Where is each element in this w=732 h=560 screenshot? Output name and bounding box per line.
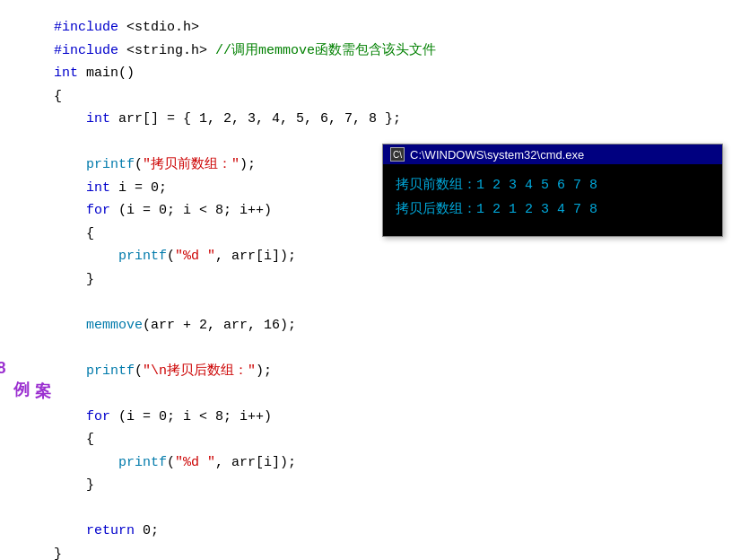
cmd-body: 拷贝前数组：1 2 3 4 5 6 7 8 拷贝后数组：1 2 1 2 3 4 … xyxy=(383,164,722,236)
cmd-icon: C\ xyxy=(390,147,405,162)
cmd-output-line1: 拷贝前数组：1 2 3 4 5 6 7 8 xyxy=(396,173,710,197)
main-container: 案 例 8 #include <stdio.h> #include <strin… xyxy=(0,0,732,560)
code-line-19: { xyxy=(54,428,723,451)
code-line-4: { xyxy=(54,85,723,109)
code-line-3: int main() xyxy=(54,62,723,85)
code-line-18: for (i = 0; i < 8; i++) xyxy=(54,406,723,429)
code-line-11: printf("%d ", arr[i]); xyxy=(54,245,723,268)
code-line-1: #include <stdio.h> xyxy=(54,16,723,39)
code-block: #include <stdio.h> #include <string.h> /… xyxy=(54,16,723,560)
code-line-17 xyxy=(54,382,723,406)
sidebar-text2: 例 xyxy=(11,368,32,372)
cmd-title: C:\WINDOWS\system32\cmd.exe xyxy=(410,148,584,162)
code-line-16: printf("\n拷贝后数组："); xyxy=(54,360,723,383)
code-line-20: printf("%d ", arr[i]); xyxy=(54,451,723,475)
code-line-24: } xyxy=(54,543,723,561)
code-line-22 xyxy=(54,497,723,521)
code-line-2: #include <string.h> //调用memmove函数需包含该头文件 xyxy=(54,39,723,63)
code-line-23: return 0; xyxy=(54,520,723,543)
sidebar: 案 例 8 xyxy=(0,0,45,560)
code-line-14: memmove(arr + 2, arr, 16); xyxy=(54,314,723,337)
cmd-output-line2: 拷贝后数组：1 2 1 2 3 4 7 8 xyxy=(396,197,710,222)
cmd-titlebar: C\ C:\WINDOWS\system32\cmd.exe xyxy=(383,144,722,164)
code-line-21: } xyxy=(54,474,723,497)
code-area: #include <stdio.h> #include <string.h> /… xyxy=(45,0,732,560)
cmd-window: C\ C:\WINDOWS\system32\cmd.exe 拷贝前数组：1 2… xyxy=(382,144,723,237)
code-line-5: int arr[] = { 1, 2, 3, 4, 5, 6, 7, 8 }; xyxy=(54,108,723,131)
sidebar-text3: 8 xyxy=(0,359,11,381)
code-line-12: } xyxy=(54,268,723,292)
code-line-13 xyxy=(54,291,723,314)
code-line-15 xyxy=(54,337,723,360)
